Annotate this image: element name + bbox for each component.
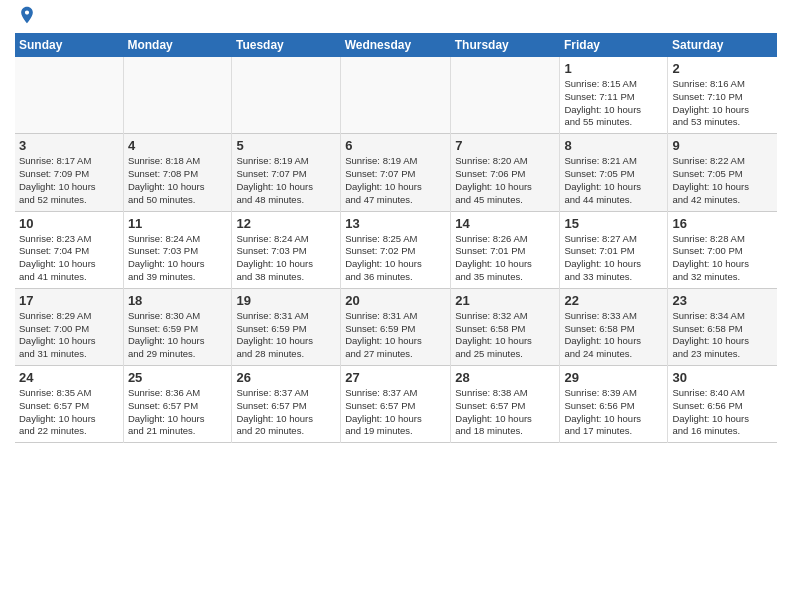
calendar-cell: 12Sunrise: 8:24 AM Sunset: 7:03 PM Dayli… bbox=[232, 211, 341, 288]
day-info: Sunrise: 8:33 AM Sunset: 6:58 PM Dayligh… bbox=[564, 310, 663, 361]
day-number: 1 bbox=[564, 61, 663, 76]
day-info: Sunrise: 8:23 AM Sunset: 7:04 PM Dayligh… bbox=[19, 233, 119, 284]
day-number: 4 bbox=[128, 138, 228, 153]
day-info: Sunrise: 8:24 AM Sunset: 7:03 PM Dayligh… bbox=[236, 233, 336, 284]
calendar-cell bbox=[232, 57, 341, 134]
day-info: Sunrise: 8:29 AM Sunset: 7:00 PM Dayligh… bbox=[19, 310, 119, 361]
day-number: 27 bbox=[345, 370, 446, 385]
day-header-sunday: Sunday bbox=[15, 33, 123, 57]
calendar-cell: 27Sunrise: 8:37 AM Sunset: 6:57 PM Dayli… bbox=[341, 366, 451, 443]
day-number: 14 bbox=[455, 216, 555, 231]
day-info: Sunrise: 8:38 AM Sunset: 6:57 PM Dayligh… bbox=[455, 387, 555, 438]
day-info: Sunrise: 8:18 AM Sunset: 7:08 PM Dayligh… bbox=[128, 155, 228, 206]
calendar-cell: 21Sunrise: 8:32 AM Sunset: 6:58 PM Dayli… bbox=[451, 288, 560, 365]
calendar-cell bbox=[451, 57, 560, 134]
day-number: 28 bbox=[455, 370, 555, 385]
calendar-cell: 11Sunrise: 8:24 AM Sunset: 7:03 PM Dayli… bbox=[123, 211, 232, 288]
day-number: 18 bbox=[128, 293, 228, 308]
logo-icon bbox=[17, 5, 37, 25]
calendar-cell: 20Sunrise: 8:31 AM Sunset: 6:59 PM Dayli… bbox=[341, 288, 451, 365]
calendar-header: SundayMondayTuesdayWednesdayThursdayFrid… bbox=[15, 33, 777, 57]
day-header-thursday: Thursday bbox=[451, 33, 560, 57]
page-container: SundayMondayTuesdayWednesdayThursdayFrid… bbox=[0, 0, 792, 448]
day-number: 26 bbox=[236, 370, 336, 385]
calendar-cell: 2Sunrise: 8:16 AM Sunset: 7:10 PM Daylig… bbox=[668, 57, 777, 134]
calendar-cell bbox=[341, 57, 451, 134]
calendar-cell: 30Sunrise: 8:40 AM Sunset: 6:56 PM Dayli… bbox=[668, 366, 777, 443]
day-info: Sunrise: 8:19 AM Sunset: 7:07 PM Dayligh… bbox=[236, 155, 336, 206]
day-header-monday: Monday bbox=[123, 33, 232, 57]
day-header-saturday: Saturday bbox=[668, 33, 777, 57]
calendar-cell: 1Sunrise: 8:15 AM Sunset: 7:11 PM Daylig… bbox=[560, 57, 668, 134]
calendar-cell: 7Sunrise: 8:20 AM Sunset: 7:06 PM Daylig… bbox=[451, 134, 560, 211]
day-number: 6 bbox=[345, 138, 446, 153]
day-info: Sunrise: 8:39 AM Sunset: 6:56 PM Dayligh… bbox=[564, 387, 663, 438]
calendar-cell: 23Sunrise: 8:34 AM Sunset: 6:58 PM Dayli… bbox=[668, 288, 777, 365]
day-info: Sunrise: 8:25 AM Sunset: 7:02 PM Dayligh… bbox=[345, 233, 446, 284]
day-number: 29 bbox=[564, 370, 663, 385]
day-number: 22 bbox=[564, 293, 663, 308]
calendar-cell: 19Sunrise: 8:31 AM Sunset: 6:59 PM Dayli… bbox=[232, 288, 341, 365]
day-number: 8 bbox=[564, 138, 663, 153]
header-row: SundayMondayTuesdayWednesdayThursdayFrid… bbox=[15, 33, 777, 57]
calendar-cell: 6Sunrise: 8:19 AM Sunset: 7:07 PM Daylig… bbox=[341, 134, 451, 211]
day-info: Sunrise: 8:31 AM Sunset: 6:59 PM Dayligh… bbox=[236, 310, 336, 361]
day-header-tuesday: Tuesday bbox=[232, 33, 341, 57]
day-info: Sunrise: 8:21 AM Sunset: 7:05 PM Dayligh… bbox=[564, 155, 663, 206]
day-number: 7 bbox=[455, 138, 555, 153]
day-info: Sunrise: 8:32 AM Sunset: 6:58 PM Dayligh… bbox=[455, 310, 555, 361]
day-info: Sunrise: 8:36 AM Sunset: 6:57 PM Dayligh… bbox=[128, 387, 228, 438]
day-info: Sunrise: 8:26 AM Sunset: 7:01 PM Dayligh… bbox=[455, 233, 555, 284]
header bbox=[15, 10, 777, 25]
day-info: Sunrise: 8:20 AM Sunset: 7:06 PM Dayligh… bbox=[455, 155, 555, 206]
day-info: Sunrise: 8:27 AM Sunset: 7:01 PM Dayligh… bbox=[564, 233, 663, 284]
day-info: Sunrise: 8:15 AM Sunset: 7:11 PM Dayligh… bbox=[564, 78, 663, 129]
week-row-1: 3Sunrise: 8:17 AM Sunset: 7:09 PM Daylig… bbox=[15, 134, 777, 211]
calendar-cell: 26Sunrise: 8:37 AM Sunset: 6:57 PM Dayli… bbox=[232, 366, 341, 443]
calendar-cell: 5Sunrise: 8:19 AM Sunset: 7:07 PM Daylig… bbox=[232, 134, 341, 211]
week-row-3: 17Sunrise: 8:29 AM Sunset: 7:00 PM Dayli… bbox=[15, 288, 777, 365]
day-number: 15 bbox=[564, 216, 663, 231]
day-info: Sunrise: 8:37 AM Sunset: 6:57 PM Dayligh… bbox=[345, 387, 446, 438]
day-number: 10 bbox=[19, 216, 119, 231]
week-row-2: 10Sunrise: 8:23 AM Sunset: 7:04 PM Dayli… bbox=[15, 211, 777, 288]
calendar-table: SundayMondayTuesdayWednesdayThursdayFrid… bbox=[15, 33, 777, 443]
day-number: 3 bbox=[19, 138, 119, 153]
day-number: 24 bbox=[19, 370, 119, 385]
day-info: Sunrise: 8:24 AM Sunset: 7:03 PM Dayligh… bbox=[128, 233, 228, 284]
day-info: Sunrise: 8:16 AM Sunset: 7:10 PM Dayligh… bbox=[672, 78, 773, 129]
day-info: Sunrise: 8:30 AM Sunset: 6:59 PM Dayligh… bbox=[128, 310, 228, 361]
calendar-body: 1Sunrise: 8:15 AM Sunset: 7:11 PM Daylig… bbox=[15, 57, 777, 443]
day-number: 16 bbox=[672, 216, 773, 231]
logo bbox=[15, 10, 37, 25]
week-row-4: 24Sunrise: 8:35 AM Sunset: 6:57 PM Dayli… bbox=[15, 366, 777, 443]
day-number: 12 bbox=[236, 216, 336, 231]
calendar-cell: 15Sunrise: 8:27 AM Sunset: 7:01 PM Dayli… bbox=[560, 211, 668, 288]
calendar-cell: 25Sunrise: 8:36 AM Sunset: 6:57 PM Dayli… bbox=[123, 366, 232, 443]
day-number: 30 bbox=[672, 370, 773, 385]
day-number: 11 bbox=[128, 216, 228, 231]
day-info: Sunrise: 8:34 AM Sunset: 6:58 PM Dayligh… bbox=[672, 310, 773, 361]
day-number: 13 bbox=[345, 216, 446, 231]
calendar-cell: 14Sunrise: 8:26 AM Sunset: 7:01 PM Dayli… bbox=[451, 211, 560, 288]
calendar-cell: 24Sunrise: 8:35 AM Sunset: 6:57 PM Dayli… bbox=[15, 366, 123, 443]
calendar-cell bbox=[123, 57, 232, 134]
calendar-cell: 29Sunrise: 8:39 AM Sunset: 6:56 PM Dayli… bbox=[560, 366, 668, 443]
day-info: Sunrise: 8:28 AM Sunset: 7:00 PM Dayligh… bbox=[672, 233, 773, 284]
calendar-cell: 17Sunrise: 8:29 AM Sunset: 7:00 PM Dayli… bbox=[15, 288, 123, 365]
day-info: Sunrise: 8:40 AM Sunset: 6:56 PM Dayligh… bbox=[672, 387, 773, 438]
day-number: 23 bbox=[672, 293, 773, 308]
day-info: Sunrise: 8:19 AM Sunset: 7:07 PM Dayligh… bbox=[345, 155, 446, 206]
calendar-cell: 18Sunrise: 8:30 AM Sunset: 6:59 PM Dayli… bbox=[123, 288, 232, 365]
day-number: 9 bbox=[672, 138, 773, 153]
calendar-cell: 10Sunrise: 8:23 AM Sunset: 7:04 PM Dayli… bbox=[15, 211, 123, 288]
calendar-cell: 8Sunrise: 8:21 AM Sunset: 7:05 PM Daylig… bbox=[560, 134, 668, 211]
calendar-cell: 16Sunrise: 8:28 AM Sunset: 7:00 PM Dayli… bbox=[668, 211, 777, 288]
calendar-cell: 13Sunrise: 8:25 AM Sunset: 7:02 PM Dayli… bbox=[341, 211, 451, 288]
day-number: 5 bbox=[236, 138, 336, 153]
day-number: 25 bbox=[128, 370, 228, 385]
calendar-cell: 9Sunrise: 8:22 AM Sunset: 7:05 PM Daylig… bbox=[668, 134, 777, 211]
day-info: Sunrise: 8:22 AM Sunset: 7:05 PM Dayligh… bbox=[672, 155, 773, 206]
calendar-cell: 3Sunrise: 8:17 AM Sunset: 7:09 PM Daylig… bbox=[15, 134, 123, 211]
logo-text bbox=[15, 10, 37, 25]
